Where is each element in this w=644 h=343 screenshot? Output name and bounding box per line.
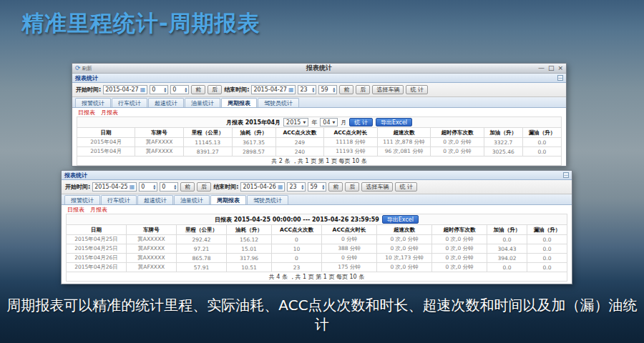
start-date-field[interactable]: 2015-04-25 ▦ — [92, 182, 137, 192]
minimize-button[interactable]: — — [538, 65, 545, 71]
prev-button[interactable]: 前 — [191, 85, 205, 94]
end-minute-stepper[interactable]: 59 ▲▼ — [308, 182, 326, 192]
tab-period-report[interactable]: 周期报表 — [210, 195, 246, 204]
table-row[interactable]: 2015年04月26日冀AXXXXX865.78317.9600 分钟10 次,… — [67, 254, 567, 263]
monthly-report-link[interactable]: 月报表 — [101, 109, 118, 116]
table-cell: 96 次,081 分钟 — [377, 147, 430, 156]
next-button[interactable]: 后 — [345, 182, 359, 192]
end-date-value: 2015-04-26 — [243, 184, 276, 190]
chevron-down-icon: ▼ — [303, 120, 306, 124]
start-minute-stepper[interactable]: 0 ▲▼ — [170, 85, 189, 94]
close-button[interactable]: × — [557, 65, 563, 71]
calendar-icon[interactable]: ▦ — [140, 87, 146, 93]
export-excel-button[interactable]: 导出Excel — [376, 118, 412, 126]
start-hour-stepper[interactable]: 0 ▲▼ — [150, 85, 168, 94]
column-header: 超速次数 — [377, 225, 432, 235]
table-row[interactable]: 2015年04月冀AFXXXX11145.133617.3524911118 分… — [77, 138, 562, 147]
table-cell: 冀AFXXXX — [127, 263, 177, 272]
window-titlebar[interactable]: ⟳ 刷新 报表统计 — □ × — [72, 64, 566, 74]
end-hour-stepper[interactable]: 23 ▲▼ — [298, 85, 316, 94]
export-excel-button[interactable]: 导出Excel — [382, 215, 419, 224]
spinner-icon[interactable]: ▲▼ — [333, 87, 335, 93]
next-button[interactable]: 后 — [197, 182, 211, 192]
tab-driver-stats[interactable]: 驾驶员统计 — [258, 98, 299, 107]
tab-driver-stats[interactable]: 驾驶员统计 — [247, 195, 288, 204]
tab-alarm-stats[interactable]: 报警统计 — [75, 98, 111, 107]
column-header: 车牌号 — [135, 128, 184, 138]
start-minute-value: 0 — [172, 86, 176, 93]
collapse-icon[interactable]: — — [557, 75, 563, 81]
column-header: 超速次数 — [377, 128, 430, 138]
end-date-field[interactable]: 2015-04-26 ▦ — [240, 182, 285, 192]
calendar-icon[interactable]: ▦ — [130, 184, 135, 190]
column-header: 油耗（升） — [227, 225, 272, 235]
tab-driving-stats[interactable]: 行车统计 — [101, 195, 137, 204]
tab-fuel-stats[interactable]: 油量统计 — [185, 98, 220, 107]
spinner-icon[interactable]: ▲▼ — [174, 184, 176, 190]
app-label: 刷新 — [82, 65, 92, 72]
end-hour-stepper[interactable]: 23 ▲▼ — [287, 182, 306, 192]
prev-button[interactable]: 前 — [328, 182, 343, 192]
collapse-icon[interactable]: — — [563, 172, 569, 178]
spinner-icon[interactable]: ▲▼ — [153, 184, 155, 190]
tab-driving-stats[interactable]: 行车统计 — [112, 98, 147, 107]
table-cell: 0 — [272, 235, 322, 244]
table-cell: 0.0 — [487, 263, 527, 272]
next-button[interactable]: 后 — [356, 85, 370, 94]
report-window-monthly: ⟳ 刷新 报表统计 — □ × 报表统计 — 开始时间: 2015-04-27 … — [72, 63, 567, 166]
calendar-icon[interactable]: ▦ — [288, 87, 294, 93]
year-label: 年 — [311, 119, 317, 126]
prev-button[interactable]: 前 — [339, 85, 353, 94]
table-row[interactable]: 2015年04月25日冀AFXXXX97.2115.0110388 分钟0 次,… — [67, 244, 567, 254]
table-cell: 240 — [275, 147, 324, 156]
end-minute-stepper[interactable]: 59 ▲▼ — [318, 85, 337, 94]
start-minute-stepper[interactable]: 0 ▲▼ — [160, 182, 178, 192]
stat-button[interactable]: 统 计 — [406, 85, 428, 94]
table-cell: 0 次,0 分钟 — [432, 244, 487, 254]
table-cell: 3322.7 — [484, 138, 522, 147]
table-cell: 11118 分钟 — [324, 138, 377, 147]
table-row[interactable]: 2015年04月26日冀AFXXXX57.9110.5123175 分钟0 次,… — [67, 263, 567, 272]
tab-period-report[interactable]: 周期报表 — [221, 98, 257, 107]
spinner-icon[interactable]: ▲▼ — [185, 87, 187, 93]
tab-alarm-stats[interactable]: 报警统计 — [64, 195, 100, 204]
maximize-button[interactable]: □ — [548, 65, 555, 71]
start-date-field[interactable]: 2015-04-27 ▦ — [103, 85, 147, 94]
report-type-links: 日报表 月报表 — [72, 108, 566, 116]
spinner-icon[interactable]: ▲▼ — [301, 184, 303, 190]
table-row[interactable]: 2015年04月25日冀AXXXXX292.42156.1200 分钟0 次,0… — [67, 235, 567, 244]
table-row[interactable]: 2015年04月冀AFXXXX8391.272898.5724011193 分钟… — [77, 147, 562, 156]
daily-report-link[interactable]: 日报表 — [78, 109, 95, 116]
start-hour-stepper[interactable]: 0 ▲▼ — [139, 182, 157, 192]
year-select[interactable]: 2015▼ — [283, 118, 308, 126]
end-date-value: 2015-04-27 — [253, 86, 287, 93]
pagination-footer: 共 4 条 ，共 1 页 第 1 页 每页 10 条 — [66, 272, 567, 282]
start-hour-value: 0 — [152, 86, 155, 93]
tab-bar: 报警统计 行车统计 超速统计 油量统计 周期报表 驾驶员统计 — [72, 97, 566, 108]
spinner-icon[interactable]: ▲▼ — [164, 87, 166, 93]
daily-report-link[interactable]: 日报表 — [67, 206, 84, 214]
select-vehicle-button[interactable]: 选择车辆 — [361, 182, 393, 192]
table-cell: 23 — [272, 263, 322, 272]
table-cell: 0 次,0 分钟 — [432, 235, 487, 244]
table-cell: 111 次,878 分钟 — [377, 138, 430, 147]
month-select[interactable]: 04▼ — [320, 118, 338, 126]
select-vehicle-button[interactable]: 选择车辆 — [372, 85, 404, 94]
table-cell: 0 分钟 — [322, 235, 377, 244]
stat-button[interactable]: 统 计 — [349, 118, 373, 126]
spinner-icon[interactable]: ▲▼ — [312, 87, 314, 93]
column-header: 超时停车次数 — [432, 225, 487, 235]
table-cell: 2015年04月26日 — [67, 263, 127, 272]
end-date-field[interactable]: 2015-04-27 ▦ — [251, 85, 296, 94]
chevron-down-icon: ▼ — [332, 120, 335, 124]
prev-button[interactable]: 前 — [180, 182, 195, 192]
next-button[interactable]: 后 — [208, 85, 222, 94]
spinner-icon[interactable]: ▲▼ — [322, 184, 324, 190]
monthly-report-link[interactable]: 月报表 — [90, 206, 107, 214]
tab-overspeed-stats[interactable]: 超速统计 — [137, 195, 173, 204]
calendar-icon[interactable]: ▦ — [278, 184, 283, 190]
tab-fuel-stats[interactable]: 油量统计 — [174, 195, 210, 204]
stat-button[interactable]: 统 计 — [395, 182, 417, 192]
refresh-icon[interactable]: ⟳ — [75, 65, 81, 71]
tab-overspeed-stats[interactable]: 超速统计 — [148, 98, 184, 107]
